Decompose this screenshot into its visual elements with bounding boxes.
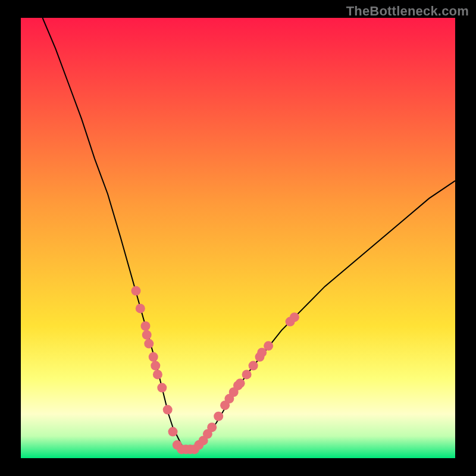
data-marker — [136, 303, 145, 313]
data-marker — [242, 369, 252, 379]
data-marker — [168, 427, 178, 437]
data-marker — [264, 341, 273, 350]
data-marker — [214, 412, 223, 421]
data-marker — [236, 378, 245, 388]
data-marker — [157, 383, 167, 393]
data-marker — [153, 369, 162, 379]
data-marker — [249, 361, 258, 371]
data-marker — [141, 321, 151, 331]
data-marker — [207, 422, 217, 432]
data-marker — [149, 352, 158, 362]
data-marker — [131, 286, 141, 296]
data-marker — [151, 361, 160, 371]
data-marker — [142, 330, 152, 340]
data-marker — [290, 312, 299, 322]
bottleneck-chart — [21, 18, 455, 458]
data-marker — [163, 405, 173, 415]
watermark-text: TheBottleneck.com — [346, 4, 469, 19]
data-marker — [144, 339, 154, 349]
plot-frame — [21, 18, 455, 458]
